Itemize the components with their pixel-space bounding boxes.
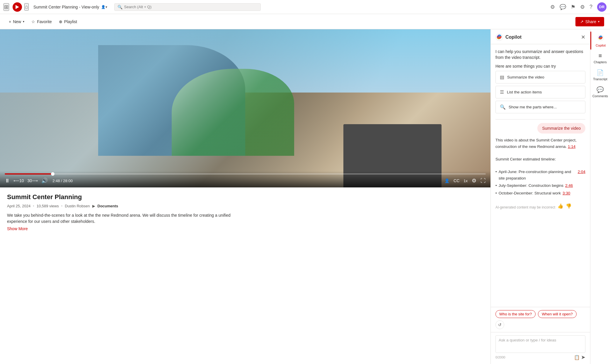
current-time: 2:48 [52, 179, 60, 183]
settings-icon[interactable]: ⚙ [550, 4, 555, 10]
chip-site-for[interactable]: Who is the site for? [495, 310, 536, 318]
rail-chapters-label: Chapters [594, 60, 607, 64]
new-chevron-icon: ▾ [23, 20, 24, 23]
toolbar: + New ▾ ☆ Favorite ⊕ Playlist ↗ Share ▾ [0, 14, 610, 29]
bullet-1-link[interactable]: 2:04 [578, 169, 585, 175]
user-message-container: Summarize the video [495, 123, 585, 134]
mute-button[interactable]: 🔊 [41, 177, 48, 184]
subtitles-button[interactable]: CC [454, 178, 459, 183]
rail-copilot-button[interactable]: Copilot [590, 32, 610, 49]
new-button[interactable]: + New ▾ [6, 18, 27, 26]
bullet-3-text: October-December: Structural work [499, 190, 561, 196]
skip-back-button[interactable]: ⟵10 [13, 178, 24, 183]
share-button[interactable]: ↗ Share ▾ [575, 17, 604, 26]
play-brand-button[interactable] [13, 2, 22, 12]
video-title: Summit Center Planning [7, 193, 483, 201]
send-button[interactable]: ➤ [581, 354, 585, 360]
copilot-sidebar: Copilot ✕ I can help you summarize and a… [490, 29, 590, 364]
quality-button[interactable]: ⚙ [472, 177, 476, 184]
new-label: New [13, 19, 21, 24]
copilot-input-box[interactable]: Ask a question or type / for ideas [495, 335, 585, 353]
suggestions-title: Here are some things you can try [495, 64, 585, 69]
avatar[interactable]: DR [597, 2, 606, 12]
meta-sep2: • [61, 204, 63, 208]
grid-icon[interactable]: ⊞ [4, 3, 9, 11]
rail-transcript-button[interactable]: 📄 Transcript [590, 66, 610, 83]
controls-row: ⏸ ⟵10 30⟶ 🔊 2:48 / 28:00 👤 CC 1x ⚙ [5, 177, 486, 184]
show-more-button[interactable]: Show More [7, 226, 483, 231]
user-message-bubble: Summarize the video [537, 123, 585, 134]
playlist-icon: ⊕ [59, 19, 62, 24]
main-layout: ⏸ ⟵10 30⟶ 🔊 2:48 / 28:00 👤 CC 1x ⚙ [0, 29, 610, 364]
search-box[interactable]: 🔍 [114, 3, 261, 11]
help-icon[interactable]: ? [589, 4, 592, 10]
time-display: 2:48 / 28:00 [52, 179, 73, 183]
chip-when-open[interactable]: When will it open? [538, 310, 577, 318]
bullet-2-link[interactable]: 2:46 [565, 182, 573, 189]
bullet-3-link[interactable]: 3:30 [563, 190, 570, 196]
suggestion-action-items-button[interactable]: ☰ List the action items [495, 86, 585, 98]
rail-comments-button[interactable]: 💬 Comments [590, 83, 610, 100]
video-thumbnail [0, 29, 490, 187]
video-location[interactable]: Documents [98, 204, 118, 208]
suggestion-action-label: List the action items [507, 90, 542, 94]
copilot-input-area: Ask a question or type / for ideas 0/200… [491, 332, 590, 364]
copilot-intro: I can help you summarize and answer ques… [495, 49, 585, 60]
ai-intro-link[interactable]: 1:14 [568, 144, 575, 149]
search-icon: 🔍 [117, 5, 122, 9]
search-parts-icon: 🔍 [500, 104, 506, 110]
copilot-close-button[interactable]: ✕ [581, 34, 585, 40]
suggestion-summarize-button[interactable]: ▤ Summarize the video [495, 71, 585, 83]
ai-bullet-3: October-December: Structural work 3:30 [495, 190, 585, 196]
rail-chapters-button[interactable]: ≡ Chapters [590, 49, 610, 66]
ai-timeline-title: Summit Center estimated timeline: [495, 156, 585, 163]
meta-sep1: • [33, 204, 34, 208]
pause-button[interactable]: ⏸ [5, 178, 10, 184]
chapters-icon: ≡ [599, 52, 602, 59]
skip-forward-button[interactable]: 30⟶ [28, 178, 38, 183]
share-label: Share [585, 19, 596, 24]
share-chevron-icon: ▾ [598, 20, 599, 23]
flag-icon[interactable]: ⚑ [571, 4, 575, 10]
copilot-logo-icon [495, 33, 503, 41]
progress-fill [5, 173, 53, 175]
refresh-chips-button[interactable]: ↺ [495, 320, 504, 329]
nav-actions: ⚙ 💬 ⚑ ⚙ ? DR [550, 2, 606, 12]
copilot-header: Copilot ✕ [491, 29, 590, 44]
video-desc-text: We take you behind-the-scenes for a look… [7, 213, 231, 224]
progress-bar[interactable] [5, 173, 486, 175]
search-input[interactable] [124, 5, 258, 9]
thumbs-down-button[interactable]: 👎 [566, 203, 572, 209]
comments-icon: 💬 [597, 86, 604, 93]
thumbs-up-button[interactable]: 👍 [558, 203, 563, 209]
comments-nav-icon[interactable]: 💬 [560, 4, 566, 10]
top-nav: ⊞ ⌂ Summit Center Planning - View-only 👤… [0, 0, 610, 14]
rail-copilot-label: Copilot [596, 44, 606, 47]
copilot-rail-icon [597, 35, 604, 42]
svg-marker-0 [16, 5, 19, 9]
bullet-1-text: April-June: Pre-construction planning an… [499, 169, 576, 181]
playlist-label: Playlist [64, 19, 77, 24]
nav-share-icon: 👤▾ [101, 5, 107, 9]
favorite-button[interactable]: ☆ Favorite [28, 18, 55, 26]
fullscreen-button[interactable]: ⛶ [480, 178, 486, 184]
suggestion-search-parts-button[interactable]: 🔍 Show me the parts where... [495, 101, 585, 113]
suggestion-search-label: Show me the parts where... [509, 105, 557, 109]
rail-comments-label: Comments [592, 94, 608, 98]
clipboard-icon-button[interactable]: 📋 [574, 355, 580, 360]
playlist-button[interactable]: ⊕ Playlist [56, 18, 80, 26]
meta-arrow: ▶ [92, 204, 95, 208]
quick-chips-area: Who is the site for? When will it open? … [491, 307, 590, 332]
summarize-icon: ▤ [500, 74, 504, 80]
right-controls: 👤 CC 1x ⚙ ⛶ [444, 177, 486, 184]
nav-title-area: Summit Center Planning - View-only 👤▾ [31, 5, 110, 9]
speed-button[interactable]: 1x [464, 179, 468, 183]
video-meta: April 25, 2024 • 10,589 views • Dustin R… [7, 204, 483, 208]
gear-icon[interactable]: ⚙ [580, 4, 585, 10]
transcript-icon: 📄 [597, 69, 604, 76]
suggestion-summarize-label: Summarize the video [507, 75, 544, 79]
ai-bullet-1: April-June: Pre-construction planning an… [495, 169, 585, 181]
captions-button[interactable]: 👤 [444, 178, 449, 183]
home-icon[interactable]: ⌂ [24, 3, 29, 11]
video-info: Summit Center Planning April 25, 2024 • … [0, 187, 490, 237]
